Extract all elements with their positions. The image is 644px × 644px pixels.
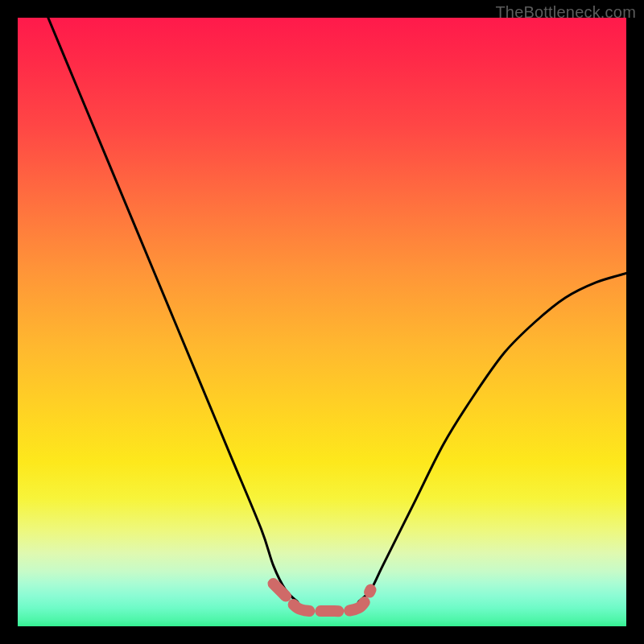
right-curve-path	[358, 274, 626, 602]
curve-overlay	[18, 18, 626, 626]
chart-frame: TheBottleneck.com	[0, 0, 644, 644]
watermark-text: TheBottleneck.com	[495, 3, 636, 22]
left-curve-path	[48, 18, 298, 602]
plot-area	[18, 18, 626, 626]
bottom-highlight-path	[274, 584, 371, 611]
